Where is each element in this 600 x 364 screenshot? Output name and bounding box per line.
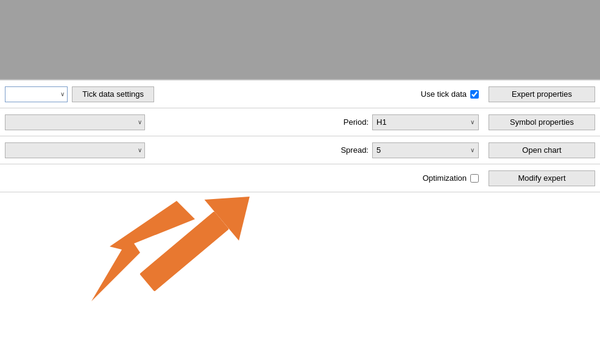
period-dropdown[interactable]: H1 ∨ xyxy=(372,114,479,130)
open-chart-button[interactable]: Open chart xyxy=(489,142,595,158)
chevron-icon-3: ∨ xyxy=(138,147,142,153)
spread-label: Spread: xyxy=(341,145,369,155)
dropdown-2[interactable]: ∨ xyxy=(5,114,145,130)
optimization-checkbox[interactable] xyxy=(470,174,479,183)
use-tick-checkbox[interactable] xyxy=(470,90,479,99)
tick-data-settings-button[interactable]: Tick data settings xyxy=(72,86,154,102)
period-label: Period: xyxy=(344,117,369,127)
spread-dropdown[interactable]: 5 ∨ xyxy=(372,142,479,158)
period-chevron-icon: ∨ xyxy=(470,119,475,125)
dropdown-3[interactable]: ∨ xyxy=(5,142,145,158)
row-2: ∨ Period: H1 ∨ Symbol properties xyxy=(0,108,600,136)
chevron-icon-2: ∨ xyxy=(138,119,142,125)
spread-chevron-icon: ∨ xyxy=(470,147,475,153)
top-gray-area xyxy=(0,0,600,79)
modify-expert-button[interactable]: Modify expert xyxy=(489,170,595,186)
expert-properties-button[interactable]: Expert properties xyxy=(489,86,595,102)
row-4: Optimization Modify expert xyxy=(0,164,600,192)
spread-value: 5 xyxy=(376,145,381,155)
bottom-white-area xyxy=(0,192,600,314)
row-3: ∨ Spread: 5 ∨ Open chart xyxy=(0,136,600,164)
row-1: ∨ Tick data settings Use tick data Exper… xyxy=(0,80,600,108)
symbol-properties-button[interactable]: Symbol properties xyxy=(489,114,595,130)
chevron-icon-1: ∨ xyxy=(60,91,65,97)
use-tick-label: Use tick data xyxy=(421,89,467,99)
optimization-label: Optimization xyxy=(423,173,467,183)
dropdown-1[interactable]: ∨ xyxy=(5,86,68,102)
period-value: H1 xyxy=(376,117,387,127)
